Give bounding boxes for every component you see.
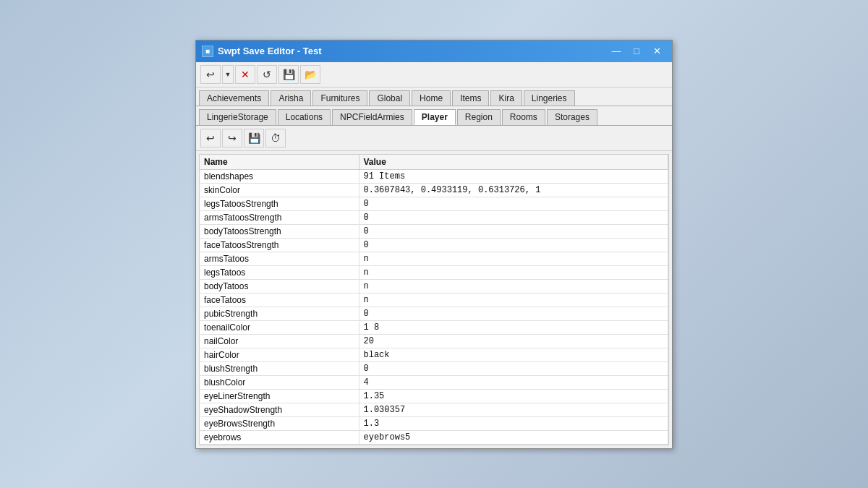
table-row[interactable]: legsTatoosn bbox=[200, 265, 668, 279]
tab-storages[interactable]: Storages bbox=[547, 109, 597, 125]
cell-name: pubicStrength bbox=[200, 307, 359, 320]
cell-value: 0 bbox=[359, 224, 668, 238]
cell-value: 0 bbox=[359, 307, 668, 320]
title-bar-left: ■ Swpt Save Editor - Test bbox=[202, 46, 322, 57]
tab-locations[interactable]: Locations bbox=[278, 109, 331, 125]
table-row[interactable]: toenailColor1 8 bbox=[200, 320, 668, 334]
data-table: Name Value blendshapes91 ItemsskinColor0… bbox=[200, 155, 668, 445]
table-row[interactable]: hairColorblack bbox=[200, 348, 668, 361]
refresh-button[interactable]: ↺ bbox=[257, 65, 277, 84]
table-row[interactable]: eyebrowseyebrows5 bbox=[200, 430, 668, 444]
cell-value: 0 bbox=[359, 210, 668, 224]
table-row[interactable]: bodyTatoosStrength0 bbox=[200, 224, 668, 238]
cell-value: 0 bbox=[359, 197, 668, 210]
tab-lingeries[interactable]: Lingeries bbox=[524, 90, 575, 106]
save2-button[interactable]: 💾 bbox=[244, 129, 264, 147]
cell-value: 0.3607843, 0.4933119, 0.6313726, 1 bbox=[359, 183, 668, 197]
tab-region[interactable]: Region bbox=[457, 109, 501, 125]
table-row[interactable]: eyeLinerStrength1.35 bbox=[200, 389, 668, 403]
main-toolbar: ↩ ▼ ✕ ↺ 💾 📂 bbox=[196, 62, 672, 87]
cancel-button[interactable]: ✕ bbox=[235, 65, 255, 84]
cell-name: nailColor bbox=[200, 334, 359, 348]
cell-value: 1.3 bbox=[359, 416, 668, 430]
cell-value: 4 bbox=[359, 375, 668, 389]
window-title: Swpt Save Editor - Test bbox=[218, 46, 322, 56]
cell-name: blushColor bbox=[200, 375, 359, 389]
maximize-button[interactable]: □ bbox=[627, 44, 646, 59]
tab-npc-field-armies[interactable]: NPCFieldArmies bbox=[332, 109, 412, 125]
cell-name: eyebrows bbox=[200, 430, 359, 444]
cell-name: skinColor bbox=[200, 183, 359, 197]
cell-name: bodyTatoosStrength bbox=[200, 224, 359, 238]
cell-name: blushStrength bbox=[200, 361, 359, 375]
cell-value: 1 8 bbox=[359, 320, 668, 334]
table-row[interactable]: nailColor20 bbox=[200, 334, 668, 348]
cell-name: hairColor bbox=[200, 348, 359, 361]
app-icon: ■ bbox=[202, 46, 213, 57]
save-button[interactable]: 💾 bbox=[278, 65, 299, 84]
tab-items[interactable]: Items bbox=[452, 90, 489, 106]
tabs-row-1: Achievements Arisha Furnitures Global Ho… bbox=[196, 87, 672, 106]
cell-name: armsTatoos bbox=[200, 252, 359, 265]
secondary-toolbar: ↩ ↪ 💾 ⏱ bbox=[196, 126, 672, 151]
cell-value: n bbox=[359, 265, 668, 279]
tab-achievements[interactable]: Achievements bbox=[199, 90, 269, 106]
cell-name: bodyTatoos bbox=[200, 279, 359, 293]
redo-button[interactable]: ↪ bbox=[222, 129, 242, 147]
tab-arisha[interactable]: Arisha bbox=[271, 90, 311, 106]
table-row[interactable]: blendshapes91 Items bbox=[200, 169, 668, 183]
cell-value: 0 bbox=[359, 238, 668, 252]
tab-kira[interactable]: Kira bbox=[490, 90, 522, 106]
cell-value: n bbox=[359, 252, 668, 265]
table-row[interactable]: legsTatoosStrength0 bbox=[200, 197, 668, 210]
dropdown-button[interactable]: ▼ bbox=[222, 65, 234, 84]
table-row[interactable]: eyeShadowStrength1.030357 bbox=[200, 403, 668, 416]
cell-name: legsTatoosStrength bbox=[200, 197, 359, 210]
tab-global[interactable]: Global bbox=[369, 90, 410, 106]
open-group: ↩ ▼ bbox=[200, 65, 234, 84]
table-row[interactable]: faceTatoosStrength0 bbox=[200, 238, 668, 252]
tab-furnitures[interactable]: Furnitures bbox=[312, 90, 367, 106]
cell-value: 0 bbox=[359, 361, 668, 375]
table-row[interactable]: blushStrength0 bbox=[200, 361, 668, 375]
table-row[interactable]: armsTatoosn bbox=[200, 252, 668, 265]
cell-value: 91 Items bbox=[359, 169, 668, 183]
table-row[interactable]: skinColor0.3607843, 0.4933119, 0.6313726… bbox=[200, 183, 668, 197]
table-body: blendshapes91 ItemsskinColor0.3607843, 0… bbox=[200, 169, 668, 444]
tab-home[interactable]: Home bbox=[412, 90, 451, 106]
cell-name: toenailColor bbox=[200, 320, 359, 334]
table-row[interactable]: pubicStrength0 bbox=[200, 307, 668, 320]
cell-name: eyeBrowsStrength bbox=[200, 416, 359, 430]
tab-lingerie-storage[interactable]: LingerieStorage bbox=[199, 109, 276, 125]
folder-button[interactable]: 📂 bbox=[300, 65, 320, 84]
cell-value: n bbox=[359, 293, 668, 307]
cell-name: blendshapes bbox=[200, 169, 359, 183]
col-value-header: Value bbox=[359, 155, 668, 170]
tabs-row-2: LingerieStorage Locations NPCFieldArmies… bbox=[196, 106, 672, 126]
table-row[interactable]: blushColor4 bbox=[200, 375, 668, 389]
cell-name: faceTatoos bbox=[200, 293, 359, 307]
tab-player[interactable]: Player bbox=[414, 109, 456, 125]
cell-value: 1.030357 bbox=[359, 403, 668, 416]
undo-button[interactable]: ↩ bbox=[200, 129, 221, 147]
tab-rooms[interactable]: Rooms bbox=[502, 109, 545, 125]
table-row[interactable]: eyeBrowsStrength1.3 bbox=[200, 416, 668, 430]
timer-button[interactable]: ⏱ bbox=[265, 129, 286, 147]
minimize-button[interactable]: — bbox=[607, 44, 626, 59]
table-row[interactable]: faceTatoosn bbox=[200, 293, 668, 307]
cell-value: 1.35 bbox=[359, 389, 668, 403]
cell-value: eyebrows5 bbox=[359, 430, 668, 444]
cell-name: faceTatoosStrength bbox=[200, 238, 359, 252]
open-button[interactable]: ↩ bbox=[200, 65, 221, 84]
title-bar: ■ Swpt Save Editor - Test — □ ✕ bbox=[196, 40, 672, 62]
main-window: ■ Swpt Save Editor - Test — □ ✕ ↩ ▼ ✕ ↺ … bbox=[195, 40, 673, 449]
cell-name: legsTatoos bbox=[200, 265, 359, 279]
cell-name: armsTatoosStrength bbox=[200, 210, 359, 224]
data-table-container: Name Value blendshapes91 ItemsskinColor0… bbox=[199, 154, 669, 445]
cell-value: n bbox=[359, 279, 668, 293]
close-button[interactable]: ✕ bbox=[647, 44, 666, 59]
table-row[interactable]: bodyTatoosn bbox=[200, 279, 668, 293]
table-row[interactable]: armsTatoosStrength0 bbox=[200, 210, 668, 224]
cell-name: eyeShadowStrength bbox=[200, 403, 359, 416]
table-header-row: Name Value bbox=[200, 155, 668, 170]
